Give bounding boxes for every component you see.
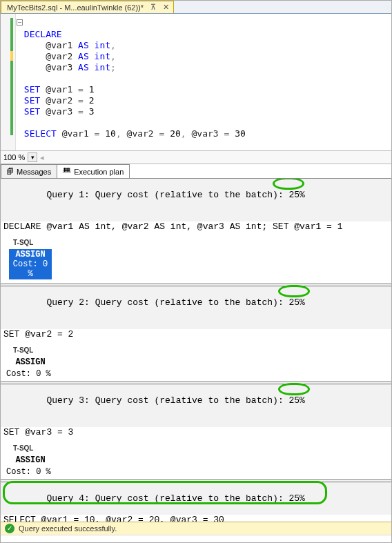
zoom-prev-icon[interactable]: ◂: [40, 153, 44, 162]
tab-messages-label: Messages: [17, 168, 51, 176]
success-icon: ✓: [5, 524, 14, 533]
collapse-region-icon[interactable]: –: [17, 19, 23, 26]
execution-plan-pane[interactable]: Query 1: Query cost (relative to the bat…: [1, 179, 391, 522]
query-block: Query 3: Query cost (relative to the bat…: [1, 384, 391, 480]
tab-execution-plan[interactable]: ᚙ Execution plan: [57, 164, 130, 177]
change-marker-yellow: [10, 51, 13, 61]
assign-cost: Cost: 0 %: [10, 259, 50, 279]
tsql-label: T-SQL: [13, 346, 391, 354]
highlight-circle: [278, 383, 310, 395]
query-sql: SET @var3 = 3: [1, 427, 391, 439]
change-marker-green: [10, 18, 13, 135]
tab-plan-label: Execution plan: [74, 168, 124, 176]
status-text: Query executed successfully.: [19, 524, 117, 533]
bottom-spacer: [1, 535, 391, 542]
document-tab-bar: MyTecBits2.sql - M...eaulinTwinkle (62))…: [1, 1, 391, 14]
query-header: Query 4: Query cost (relative to the bat…: [1, 482, 391, 515]
close-icon[interactable]: ✕: [163, 3, 169, 12]
tsql-label: T-SQL: [13, 444, 391, 452]
query-block: Query 1: Query cost (relative to the bat…: [1, 179, 391, 284]
query-header: Query 3: Query cost (relative to the bat…: [1, 384, 391, 427]
zoom-bar: 100 % ▾ ◂: [1, 150, 391, 164]
tsql-label: T-SQL: [13, 239, 391, 246]
plan-node-assign[interactable]: ASSIGN Cost: 0 %: [9, 249, 52, 279]
messages-icon: 🗐: [7, 168, 14, 175]
editor-gutter: [1, 14, 16, 150]
query-header-text: Query 2: Query cost (relative to the bat…: [46, 297, 304, 308]
code-editor[interactable]: – DECLARE @var1 AS int, @var2 AS int, @v…: [1, 14, 391, 150]
query-header-text: Query 4: Query cost (relative to the bat…: [46, 493, 304, 504]
result-tabs: 🗐 Messages ᚙ Execution plan: [1, 164, 391, 178]
assign-cost: Cost: 0 %: [6, 467, 391, 477]
document-tab[interactable]: MyTecBits2.sql - M...eaulinTwinkle (62))…: [1, 1, 174, 13]
query-header: Query 1: Query cost (relative to the bat…: [1, 179, 391, 221]
assign-label: ASSIGN: [10, 250, 50, 259]
assign-label: ASSIGN: [10, 455, 50, 465]
assign-cost: Cost: 0 %: [6, 369, 391, 379]
query-block: Query 2: Query cost (relative to the bat…: [1, 286, 391, 382]
plan-node-assign[interactable]: ASSIGN: [9, 357, 52, 368]
zoom-level[interactable]: 100 %: [3, 153, 25, 161]
status-bar: ✓ Query executed successfully.: [1, 522, 391, 535]
pin-icon[interactable]: ⊼: [150, 3, 156, 12]
query-header: Query 2: Query cost (relative to the bat…: [1, 286, 391, 329]
query-header-text: Query 1: Query cost (relative to the bat…: [46, 190, 304, 200]
tab-messages[interactable]: 🗐 Messages: [1, 164, 57, 177]
document-tab-title: MyTecBits2.sql - M...eaulinTwinkle (62))…: [7, 3, 144, 12]
highlight-circle: [273, 179, 304, 190]
zoom-dropdown-icon[interactable]: ▾: [28, 152, 37, 162]
query-sql: DECLARE @var1 AS int, @var2 AS int, @var…: [1, 221, 391, 233]
plan-icon: ᚙ: [63, 168, 71, 175]
query-sql: SET @var2 = 2: [1, 329, 391, 341]
query-block: Query 4: Query cost (relative to the bat…: [1, 482, 391, 522]
query-header-text: Query 3: Query cost (relative to the bat…: [46, 395, 304, 406]
code-text[interactable]: DECLARE @var1 AS int, @var2 AS int, @var…: [16, 14, 247, 150]
assign-label: ASSIGN: [10, 357, 50, 367]
query-sql: SELECT @var1 = 10, @var2 = 20, @var3 = 3…: [1, 515, 391, 522]
plan-node-assign[interactable]: ASSIGN: [9, 455, 52, 466]
highlight-circle: [278, 285, 310, 297]
